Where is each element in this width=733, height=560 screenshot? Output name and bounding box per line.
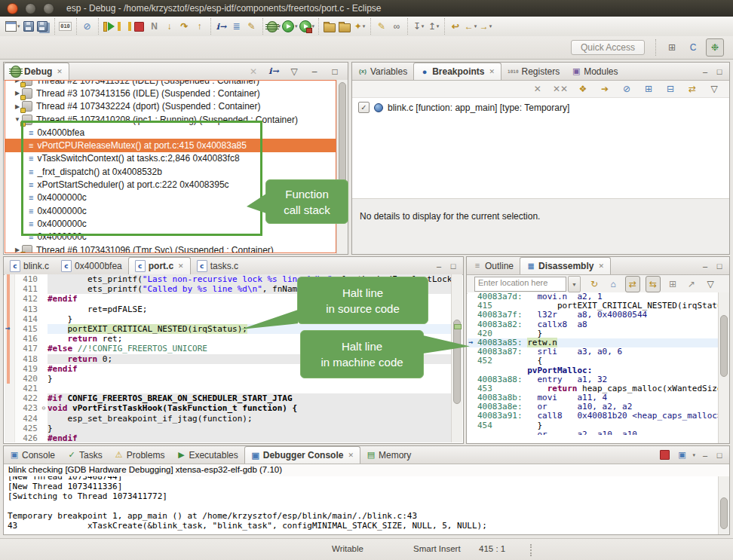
toolbar-next-annotation[interactable]: ↧▾ — [412, 19, 425, 34]
toolbar-skip-all-breakpoints[interactable]: ⊘ — [81, 19, 94, 34]
toolbar-suspend[interactable] — [118, 19, 131, 34]
toolbar-debug-sourcelookup[interactable]: ✎ — [245, 19, 259, 34]
panel-display-selected-console-icon[interactable]: ▣ — [677, 450, 686, 460]
tab-memory[interactable]: ▤Memory — [360, 446, 417, 464]
toolbar-remove-all-terminated[interactable]: ✕ — [247, 64, 260, 79]
toolbar-link-with-debug-view[interactable]: ⇄ — [685, 81, 699, 96]
breakpoint-item[interactable]: ✓ blink.c [function: app_main] [type: Te… — [352, 98, 729, 113]
tab-modules[interactable]: ▣Modules — [566, 63, 624, 80]
tab-registers[interactable]: 1010Registers — [501, 63, 566, 80]
tab-disassembly[interactable]: ≣Disassembly✕ — [520, 257, 611, 274]
toolbar-debug-launch[interactable]: ▾ — [267, 19, 281, 34]
dropdown-arrow-icon[interactable]: ▾ — [692, 452, 695, 458]
toolbar-forward[interactable]: →▾ — [479, 19, 492, 34]
toolbar-save[interactable] — [22, 19, 35, 34]
toolbar-new-wizard[interactable]: ▾ — [5, 19, 20, 34]
tab-tasks[interactable]: ✓Tasks — [61, 446, 109, 464]
fold-marker-icon[interactable]: ⊖ — [40, 403, 48, 413]
toolbar-step-over[interactable]: ↷ — [178, 19, 192, 34]
tab-problems[interactable]: ⚠Problems — [109, 446, 171, 464]
toolbar-search-wizard[interactable]: ✦▾ — [353, 19, 366, 34]
open-perspective-button[interactable]: ⊞ — [664, 39, 680, 56]
disassembly-line[interactable]: 454 } — [468, 421, 718, 430]
quick-access-field[interactable]: Quick Access — [571, 40, 645, 55]
panel-minimize-button[interactable]: – — [701, 451, 710, 460]
toolbar-goto-breakpoint-file[interactable]: ➔ — [598, 81, 612, 96]
tab-0x4000bfea[interactable]: c0x4000bfea — [55, 257, 128, 274]
tab-blink-c[interactable]: cblink.c — [4, 257, 55, 274]
code-line[interactable]: 424 esp_set_breakpoint_if_jtag(function)… — [5, 414, 452, 424]
code-line[interactable]: 426#endif — [5, 433, 452, 442]
panel-minimize-button[interactable]: – — [701, 67, 710, 76]
tab-debug[interactable]: Debug ✕ — [4, 63, 69, 80]
toolbar-save-all[interactable] — [37, 19, 51, 34]
debug-frame-row[interactable]: ≡_frxt_dispatch() at 0x4008532b — [5, 165, 336, 178]
tab-close-icon[interactable]: ✕ — [178, 262, 184, 270]
panel-maximize-button[interactable]: □ — [449, 262, 458, 271]
toolbar-sync-with-active-context[interactable]: ⇄ — [625, 276, 640, 292]
toolbar-instruction-stepping-mode[interactable]: i→ — [267, 64, 281, 79]
debug-frame-row[interactable]: ≡0x4000bfea — [5, 126, 336, 139]
debug-thread-row[interactable]: ▼Thread #5 1073410208 (ipc1 : Running) (… — [5, 113, 336, 126]
toolbar-run-launch[interactable]: ▾ — [282, 19, 298, 34]
toolbar-remove-breakpoint[interactable]: ✕ — [531, 81, 544, 96]
toolbar-terminate[interactable] — [133, 19, 146, 34]
disassembly-line[interactable]: or a2, a10, a10 — [468, 430, 718, 435]
toolbar-resume[interactable] — [103, 19, 116, 34]
toolbar-open-element[interactable] — [323, 19, 336, 34]
toolbar-external-tools[interactable]: ▾ — [299, 19, 315, 34]
tab-executables[interactable]: ▶Executables — [170, 446, 244, 464]
tab-debugger-console[interactable]: ▣Debugger Console✕ — [244, 446, 360, 464]
toolbar-refresh[interactable]: ↻ — [587, 277, 601, 292]
tab-tasks-c[interactable]: ctasks.c — [191, 257, 244, 274]
toolbar-previous-annotation[interactable]: ↥▾ — [427, 19, 440, 34]
window-minimize-button[interactable] — [25, 3, 36, 14]
location-input[interactable]: Enter location here — [474, 277, 566, 292]
panel-maximize-button[interactable]: □ — [715, 451, 724, 460]
tab-port-c[interactable]: cport.c✕ — [128, 257, 191, 274]
debug-thread-row[interactable]: ▶Thread #3 1073413156 (IDLE) (Suspended … — [5, 87, 336, 99]
disassembly-listing[interactable]: 40083a7d: movi.n a2, 1415 portEXIT_CRITI… — [468, 292, 718, 442]
location-dropdown-icon[interactable]: ▼ — [568, 276, 581, 292]
toolbar-step-into[interactable]: ↓ — [163, 19, 176, 34]
tab-close-icon[interactable]: ✕ — [348, 451, 354, 459]
debug-frame-row[interactable]: ≡0x4000000c — [5, 231, 336, 243]
tab-close-icon[interactable]: ✕ — [489, 68, 495, 75]
debug-thread-row[interactable]: ▶Thread #4 1073432224 (dport) (Suspended… — [5, 100, 336, 113]
toolbar-minimize[interactable]: – — [308, 64, 321, 79]
toolbar-open-resource[interactable] — [338, 19, 351, 34]
code-line[interactable]: 422#if CONFIG_FREERTOS_BREAK_ON_SCHEDULE… — [5, 393, 452, 403]
scrollbar-thumb[interactable] — [453, 320, 461, 404]
code-line[interactable]: 423⊖void vPortFirstTaskHook(TaskFunction… — [5, 403, 452, 413]
toolbar-back[interactable]: ←▾ — [464, 19, 477, 34]
tab-close-icon[interactable]: ✕ — [57, 68, 63, 75]
toolbar-remove-all-breakpoints[interactable]: ✕✕ — [553, 81, 568, 96]
toolbar-open-search[interactable]: ∞ — [390, 19, 403, 34]
code-line[interactable]: 425} — [5, 424, 452, 433]
toolbar-binary-toggle[interactable]: 010 — [59, 19, 72, 34]
toolbar-step-return[interactable]: ↑ — [193, 19, 207, 34]
halt-line-marker[interactable] — [454, 324, 462, 329]
debug-perspective-button[interactable]: ❉ — [706, 38, 724, 57]
toolbar-view-menu[interactable]: ▽ — [707, 81, 721, 96]
toolbar-show-execution-context[interactable]: ≣ — [230, 19, 244, 34]
code-line[interactable]: 421 — [5, 384, 452, 393]
toolbar-restart[interactable]: N — [148, 19, 161, 34]
toolbar-maximize[interactable]: □ — [328, 64, 342, 79]
toolbar-show-source[interactable]: ⇆ — [646, 276, 661, 292]
toolbar-last-edit-location[interactable]: ↩ — [449, 19, 462, 34]
debug-thread-row[interactable]: ▶Thread #6 1073431096 (Tmr Svc) (Suspend… — [5, 243, 336, 253]
cpp-perspective-button[interactable]: C — [685, 39, 701, 56]
scrollbar-thumb[interactable] — [720, 497, 728, 529]
debug-frame-row[interactable]: ≡vPortCPUReleaseMutex() at port.c:415 0x… — [5, 139, 336, 151]
toolbar-home[interactable]: ⌂ — [606, 277, 620, 292]
toolbar-skip-all-breakpoints[interactable]: ⊘ — [620, 81, 633, 96]
toolbar-mark-occurrences[interactable]: ✎ — [375, 19, 388, 34]
toolbar-instruction-stepping[interactable]: i→ — [215, 19, 228, 34]
toolbar-show-breakpoint-types[interactable]: ❖ — [576, 81, 590, 96]
toolbar-expand-all[interactable]: ⊞ — [642, 81, 655, 96]
panel-maximize-button[interactable]: □ — [715, 262, 724, 271]
tab-breakpoints[interactable]: ●Breakpoints✕ — [413, 63, 501, 80]
toolbar-terminate[interactable] — [658, 448, 671, 463]
tab-close-icon[interactable]: ✕ — [598, 262, 604, 270]
